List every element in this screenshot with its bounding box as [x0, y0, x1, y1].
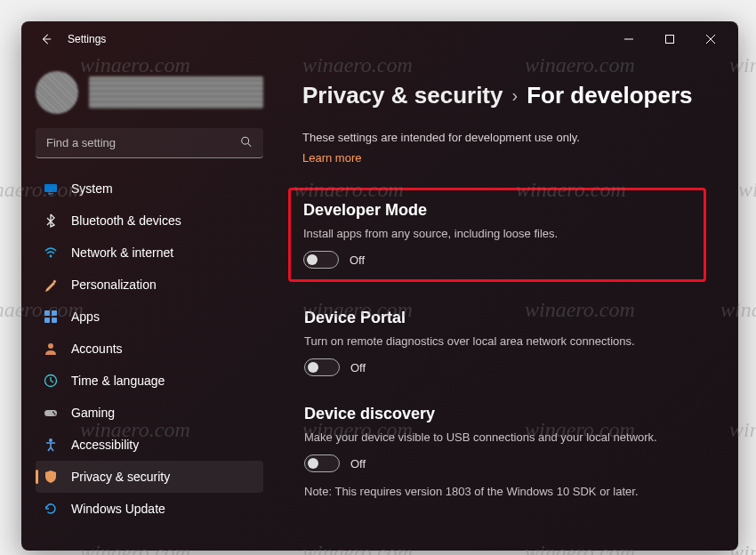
- svg-point-13: [52, 412, 54, 414]
- section-dev-mode: Developer ModeInstall apps from any sour…: [288, 188, 706, 282]
- sidebar-item-label: Apps: [71, 310, 100, 324]
- section-title: Developer Mode: [303, 201, 691, 220]
- sidebar: SystemBluetooth & devicesNetwork & inter…: [21, 57, 270, 551]
- arrow-left-icon: [40, 33, 52, 45]
- svg-point-10: [48, 343, 53, 349]
- section-title: Device Portal: [304, 309, 704, 327]
- system-icon: [43, 181, 59, 197]
- minimize-icon: [624, 35, 633, 44]
- breadcrumb: Privacy & security › For developers: [302, 82, 706, 109]
- sidebar-item-label: Privacy & security: [71, 470, 170, 484]
- toggle-thumb: [307, 254, 318, 265]
- apps-icon: [43, 309, 59, 325]
- privacy-icon: [43, 469, 59, 485]
- svg-rect-6: [44, 310, 50, 316]
- window-controls: [608, 25, 731, 53]
- close-icon: [706, 35, 715, 44]
- toggle-state-label: Off: [350, 457, 366, 471]
- settings-window: Settings SystemB: [21, 21, 738, 551]
- svg-point-14: [54, 414, 56, 415]
- section-title: Device discovery: [304, 405, 704, 423]
- titlebar: Settings: [21, 21, 738, 57]
- search-input[interactable]: [36, 128, 263, 158]
- svg-point-1: [242, 137, 249, 144]
- time-icon: [43, 373, 59, 389]
- sidebar-item-privacy[interactable]: Privacy & security: [36, 461, 263, 493]
- sidebar-item-update[interactable]: Windows Update: [36, 493, 263, 525]
- maximize-icon: [665, 35, 674, 44]
- sidebar-item-bluetooth[interactable]: Bluetooth & devices: [36, 205, 263, 237]
- breadcrumb-parent[interactable]: Privacy & security: [302, 82, 503, 109]
- toggle-thumb: [308, 458, 318, 469]
- sidebar-item-gaming[interactable]: Gaming: [36, 397, 263, 429]
- sidebar-item-time[interactable]: Time & language: [36, 365, 263, 397]
- sidebar-item-label: Windows Update: [71, 502, 165, 516]
- sidebar-item-label: Time & language: [71, 374, 165, 388]
- maximize-button[interactable]: [649, 25, 690, 53]
- sidebar-item-accounts[interactable]: Accounts: [36, 333, 263, 365]
- watermark: winaero.com: [738, 178, 756, 202]
- section-note: Note: This requires version 1803 of the …: [304, 485, 704, 498]
- sidebar-item-accessibility[interactable]: Accessibility: [36, 429, 263, 461]
- dev-mode-toggle[interactable]: [303, 251, 339, 269]
- minimize-button[interactable]: [608, 25, 649, 53]
- app-title: Settings: [68, 33, 106, 45]
- user-info-redacted: [89, 76, 263, 109]
- chevron-right-icon: ›: [511, 85, 518, 106]
- section-description: Make your device visible to USB connecti…: [304, 430, 704, 444]
- sidebar-item-label: Gaming: [71, 406, 115, 420]
- sidebar-item-label: Accounts: [71, 342, 123, 356]
- toggle-state-label: Off: [350, 361, 366, 374]
- page-subtitle: These settings are intended for developm…: [302, 131, 706, 144]
- user-block[interactable]: [36, 68, 263, 117]
- toggle-row: Off: [304, 358, 704, 376]
- sidebar-item-apps[interactable]: Apps: [36, 301, 263, 333]
- nav-list: SystemBluetooth & devicesNetwork & inter…: [36, 173, 263, 543]
- accessibility-icon: [43, 437, 59, 453]
- svg-point-4: [50, 255, 52, 258]
- svg-rect-2: [44, 184, 57, 192]
- toggle-row: Off: [303, 251, 691, 269]
- section-description: Turn on remote diagnostics over local ar…: [304, 334, 704, 348]
- body: SystemBluetooth & devicesNetwork & inter…: [21, 57, 738, 551]
- section-device-portal: Device PortalTurn on remote diagnostics …: [302, 307, 706, 378]
- main-content: Privacy & security › For developers Thes…: [270, 57, 738, 551]
- search-wrap: [36, 128, 263, 158]
- toggle-row: Off: [304, 454, 704, 472]
- device-discovery-toggle[interactable]: [304, 454, 340, 472]
- toggle-thumb: [308, 362, 318, 373]
- sidebar-item-system[interactable]: System: [36, 173, 263, 205]
- bluetooth-icon: [43, 213, 59, 229]
- gaming-icon: [43, 405, 59, 421]
- device-portal-toggle[interactable]: [304, 358, 340, 376]
- svg-rect-8: [44, 318, 50, 323]
- back-button[interactable]: [32, 25, 60, 53]
- sidebar-item-label: Accessibility: [71, 438, 139, 452]
- svg-rect-9: [52, 318, 57, 323]
- breadcrumb-current: For developers: [527, 82, 692, 109]
- sections-container: Developer ModeInstall apps from any sour…: [302, 188, 706, 511]
- svg-rect-12: [44, 410, 57, 416]
- update-icon: [43, 501, 59, 517]
- network-icon: [43, 245, 59, 261]
- section-device-discovery: Device discoveryMake your device visible…: [302, 403, 706, 511]
- accounts-icon: [43, 341, 59, 357]
- personalization-icon: [43, 277, 59, 293]
- sidebar-item-label: Network & internet: [71, 245, 173, 260]
- search-icon: [240, 136, 253, 151]
- close-button[interactable]: [690, 25, 731, 53]
- sidebar-item-label: Personalization: [71, 278, 157, 292]
- sidebar-item-network[interactable]: Network & internet: [36, 237, 263, 269]
- section-description: Install apps from any source, including …: [303, 227, 691, 240]
- svg-point-15: [49, 438, 52, 442]
- sidebar-item-personalization[interactable]: Personalization: [36, 269, 263, 301]
- sidebar-item-label: Bluetooth & devices: [71, 213, 181, 228]
- toggle-state-label: Off: [350, 253, 365, 267]
- svg-rect-3: [48, 193, 53, 195]
- avatar: [36, 71, 78, 114]
- learn-more-link[interactable]: Learn more: [302, 151, 361, 165]
- svg-rect-7: [52, 310, 57, 316]
- svg-rect-0: [666, 36, 674, 44]
- sidebar-item-label: System: [71, 181, 113, 196]
